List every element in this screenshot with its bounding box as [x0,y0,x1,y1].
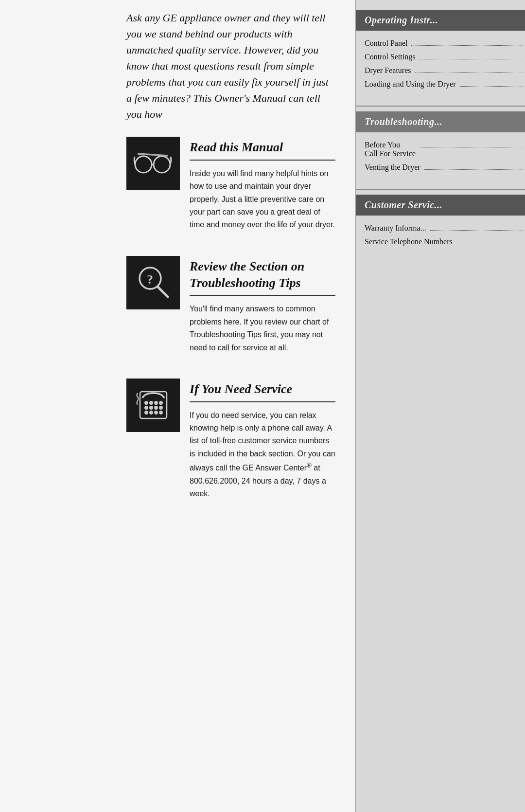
svg-point-18 [155,412,157,414]
sidebar-operating: Operating Instr... Control Panel Control… [356,10,525,101]
svg-point-16 [145,412,147,414]
sidebar-item-label: Service Telephone Numbers [365,237,453,246]
svg-point-11 [159,402,162,404]
sidebar-item-dots [430,230,523,231]
sidebar-item-service-telephone[interactable]: Service Telephone Numbers [365,235,525,249]
sidebar-item-label: Before YouCall For Service [365,141,416,158]
sidebar-item-dots [456,244,523,244]
svg-point-13 [150,407,152,409]
section-service-text: If You Need Service If you do need servi… [190,379,335,501]
sidebar-item-warranty[interactable]: Warranty Informa... [365,221,525,235]
sidebar-item-control-settings[interactable]: Control Settings [365,50,525,64]
sidebar-item-label: Control Settings [365,53,415,61]
sidebar-item-label: Control Panel [365,39,407,48]
section-troubleshooting: ? Review the Section on Troubleshooting … [126,256,335,354]
svg-point-9 [150,402,152,404]
sidebar-troubleshooting-items: Before YouCall For Service Venting the D… [356,135,525,184]
svg-point-8 [145,402,147,404]
sidebar-item-control-panel[interactable]: Control Panel [365,36,525,50]
sidebar-item-dots [419,59,523,59]
glasses-icon [133,143,174,184]
sidebar-item-dots [424,169,523,170]
section-troubleshooting-text: Review the Section on Troubleshooting Ti… [190,256,335,354]
sidebar-item-dots [411,45,523,46]
svg-line-3 [138,154,168,156]
sidebar-item-dryer-features[interactable]: Dryer Features [365,64,525,77]
service-body: If you do need service, you can relax kn… [190,409,335,501]
sidebar-item-before-call-service[interactable]: Before YouCall For Service [365,138,525,161]
svg-point-14 [155,407,157,409]
telephone-icon [133,384,174,426]
sidebar-item-label: Dryer Features [365,66,411,75]
section-read-manual-text: Read this Manual Inside you will find ma… [190,137,335,232]
sidebar-item-dots [415,72,523,73]
svg-point-12 [145,407,147,409]
page-container: Ask any GE appliance owner and they will… [0,0,525,812]
intro-paragraph: Ask any GE appliance owner and they will… [126,12,329,120]
svg-point-17 [150,412,152,414]
troubleshooting-heading: Review the Section on Troubleshooting Ti… [190,258,335,296]
sidebar-item-dots [420,147,523,147]
sidebar-item-label: Loading and Using the Dryer [365,80,456,89]
magnify-question-icon-block: ? [126,256,180,309]
intro-text: Ask any GE appliance owner and they will… [126,0,335,137]
sidebar-item-label: Venting the Dryer [365,163,420,172]
section-read-manual: Read this Manual Inside you will find ma… [126,137,335,232]
svg-point-19 [159,412,162,414]
glasses-icon-block [126,137,180,190]
section-service: If You Need Service If you do need servi… [126,379,335,501]
sidebar-item-label: Warranty Informa... [365,224,426,233]
sidebar-divider-2 [356,189,525,190]
sidebar-item-dots [460,86,523,87]
svg-line-6 [158,287,168,297]
svg-point-15 [159,407,162,409]
svg-point-0 [135,156,152,173]
read-manual-heading: Read this Manual [190,139,335,161]
sidebar-item-venting-dryer[interactable]: Venting the Dryer [365,161,525,174]
service-heading: If You Need Service [190,381,335,402]
sidebar-operating-items: Control Panel Control Settings Dryer Fea… [356,34,525,101]
sidebar: Operating Instr... Control Panel Control… [355,0,525,812]
sidebar-troubleshooting: Troubleshooting... Before YouCall For Se… [356,111,525,184]
svg-point-1 [154,156,170,173]
main-content: Ask any GE appliance owner and they will… [0,0,355,812]
read-manual-body: Inside you will find many helpful hints … [190,167,335,232]
sidebar-troubleshooting-header: Troubleshooting... [356,111,525,132]
sidebar-item-loading-using[interactable]: Loading and Using the Dryer [365,77,525,91]
sidebar-operating-header: Operating Instr... [356,10,525,31]
troubleshooting-body: You'll find many answers to common probl… [190,303,335,354]
sidebar-customer-service-items: Warranty Informa... Service Telephone Nu… [356,218,525,258]
sidebar-customer-service: Customer Servic... Warranty Informa... S… [356,195,525,258]
magnify-question-icon: ? [133,262,174,303]
telephone-icon-block [126,379,180,432]
svg-point-10 [155,402,157,404]
sidebar-divider-1 [356,106,525,107]
svg-text:?: ? [147,272,153,287]
sidebar-customer-service-header: Customer Servic... [356,195,525,216]
